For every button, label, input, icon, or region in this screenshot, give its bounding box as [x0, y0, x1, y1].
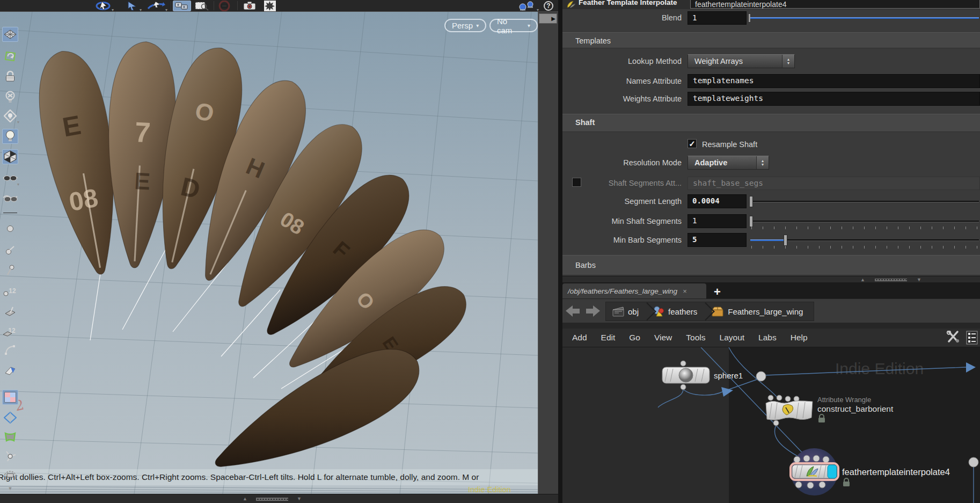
- min-shaft-segments-slider[interactable]: [750, 217, 980, 225]
- list-panel-icon[interactable]: [966, 331, 979, 345]
- caret-down-icon: ▾: [528, 23, 530, 28]
- camera-gauge-icon[interactable]: [2, 466, 18, 481]
- weights-attribute-field[interactable]: templateweights: [688, 92, 980, 106]
- shade-open-curves-icon[interactable]: ▾: [2, 171, 18, 186]
- shaft-segments-label: Shaft Segments Att...: [584, 179, 682, 187]
- blend-value-field[interactable]: 1: [688, 11, 747, 25]
- segment-length-field[interactable]: 0.0004: [688, 194, 747, 208]
- node-name-field[interactable]: feathertemplateinterpolate4: [690, 0, 980, 9]
- splitter-up-icon[interactable]: ▲: [243, 497, 247, 501]
- box-zoom-tool-icon[interactable]: [193, 1, 210, 11]
- section-barbs[interactable]: Barbs: [562, 255, 980, 275]
- lookup-method-dropdown[interactable]: Weight Arrays ▴▾: [688, 54, 795, 68]
- group-highlight-icon[interactable]: [2, 429, 18, 444]
- breadcrumb-item-feathers[interactable]: feathers: [649, 305, 700, 317]
- camera-link-button[interactable]: No cam▾: [489, 19, 538, 32]
- node-sphere1[interactable]: sphere1: [662, 361, 743, 390]
- snapping-plane-icon[interactable]: [2, 49, 18, 64]
- more-options-icon[interactable]: ▼: [2, 481, 18, 496]
- node-construct-barborient[interactable]: Attribute Wrangle construct_barborient: [766, 395, 894, 426]
- splitter-down-icon[interactable]: ▼: [297, 497, 302, 501]
- profile-curves-icon[interactable]: [2, 342, 18, 358]
- splitter-down-icon[interactable]: ▼: [917, 278, 922, 282]
- back-arrow-icon[interactable]: [566, 305, 580, 317]
- grid-horizon: [0, 486, 538, 494]
- prim-numbers-icon[interactable]: 12: [2, 323, 18, 338]
- viewport-3d[interactable]: E 08 7 E O D H: [0, 12, 538, 494]
- close-tab-icon[interactable]: ×: [683, 287, 687, 295]
- menu-help[interactable]: Help: [791, 333, 808, 342]
- selection-spheres-icon[interactable]: ▾: [516, 1, 538, 11]
- shaft-segments-checkbox[interactable]: [572, 178, 581, 187]
- point-markers-icon[interactable]: [2, 263, 18, 278]
- min-barb-segments-field[interactable]: 5: [688, 233, 747, 247]
- axis-handles-icon[interactable]: [2, 449, 18, 464]
- menu-edit[interactable]: Edit: [601, 333, 616, 342]
- menu-tools[interactable]: Tools: [686, 333, 705, 342]
- network-menu-bar: Add Edit Go View Tools Layout Labs Help: [562, 329, 980, 347]
- blend-slider[interactable]: [750, 13, 980, 22]
- prim-normals-icon[interactable]: [2, 304, 18, 319]
- point-numbers-icon[interactable]: 12: [2, 283, 18, 298]
- node-feathertemplateinterpolate4[interactable]: feathertemplateinterpolate4: [791, 448, 950, 495]
- menu-view[interactable]: View: [654, 333, 672, 342]
- forward-arrow-icon[interactable]: [586, 305, 600, 317]
- names-attribute-field[interactable]: templatenames: [688, 74, 980, 88]
- display-flag[interactable]: [828, 465, 837, 478]
- pane-splitter-grip[interactable]: [256, 498, 288, 501]
- pane-divider[interactable]: [558, 0, 562, 503]
- view-tool-icon[interactable]: ▾: [94, 1, 113, 11]
- spinner-icon[interactable]: ▴▾: [756, 156, 769, 169]
- normal-lighting-icon[interactable]: [2, 129, 18, 144]
- blend-label: Blend: [562, 13, 682, 22]
- record-tool-icon[interactable]: [216, 1, 233, 11]
- menu-add[interactable]: Add: [572, 333, 587, 342]
- section-templates[interactable]: Templates: [562, 32, 980, 48]
- menu-labs[interactable]: Labs: [758, 333, 777, 342]
- lights-off-icon[interactable]: [2, 89, 18, 104]
- parameter-header: Feather Template Interpolate feathertemp…: [562, 0, 980, 9]
- display-points-icon[interactable]: [2, 221, 18, 236]
- tools-wrench-icon[interactable]: [946, 331, 962, 345]
- lock-icon[interactable]: [2, 69, 18, 84]
- menu-go[interactable]: Go: [629, 333, 640, 342]
- network-path-tab[interactable]: /obj/feathers/Feathers_large_wing ×: [562, 283, 706, 298]
- high-quality-lighting-icon[interactable]: [2, 149, 18, 164]
- min-barb-segments-slider[interactable]: [750, 236, 980, 244]
- wrangle-name-label: construct_barborient: [817, 404, 894, 413]
- flipbook-tool-icon[interactable]: [262, 1, 278, 11]
- min-shaft-segments-field[interactable]: 1: [688, 214, 747, 228]
- headlight-only-icon[interactable]: ▾: [2, 108, 18, 123]
- camera-tools-icon[interactable]: [173, 1, 191, 11]
- breadcrumb-item-obj[interactable]: obj: [609, 305, 642, 317]
- splitter-up-icon[interactable]: ▲: [860, 278, 865, 282]
- select-tool-icon[interactable]: ▾: [125, 1, 141, 11]
- breadcrumb-item-feathers-large-wing[interactable]: Feathers_large_wing: [708, 306, 806, 317]
- network-dot[interactable]: [969, 457, 978, 467]
- collapse-pane-button[interactable]: ▶: [539, 13, 557, 24]
- construction-plane-icon[interactable]: [2, 27, 18, 42]
- camera-menu-button[interactable]: Persp▾: [444, 19, 486, 32]
- segment-length-row: Segment Length 0.0004: [562, 194, 980, 210]
- resolution-mode-dropdown[interactable]: Adaptive ▴▾: [688, 156, 769, 170]
- network-dot[interactable]: [756, 371, 766, 381]
- param-network-splitter[interactable]: ▲ ▼: [562, 276, 980, 282]
- segment-length-slider[interactable]: [750, 197, 980, 206]
- move-view-tool-icon[interactable]: ▾: [146, 1, 166, 11]
- shade-surfaces-icon[interactable]: [2, 191, 18, 206]
- names-attribute-row: Names Attribute templatenames: [562, 74, 980, 89]
- section-shaft[interactable]: Shaft: [562, 114, 980, 132]
- network-editor[interactable]: Indie Edition: [562, 347, 980, 503]
- pane-splitter-grip[interactable]: [875, 279, 907, 281]
- help-icon[interactable]: ?: [542, 1, 555, 11]
- viewport-bottom-bar: ▲ ▼: [0, 494, 558, 503]
- spinner-icon[interactable]: ▴▾: [782, 55, 794, 68]
- view-plane-icon[interactable]: [2, 410, 18, 425]
- menu-layout[interactable]: Layout: [720, 333, 745, 342]
- snapshot-tool-icon[interactable]: [242, 1, 258, 11]
- point-normals-icon[interactable]: [2, 243, 18, 258]
- prim-hulls-icon[interactable]: [2, 363, 18, 378]
- add-tab-button[interactable]: +: [714, 285, 721, 299]
- visualizers-icon[interactable]: [2, 390, 18, 405]
- resample-shaft-checkbox[interactable]: ✓: [688, 139, 697, 148]
